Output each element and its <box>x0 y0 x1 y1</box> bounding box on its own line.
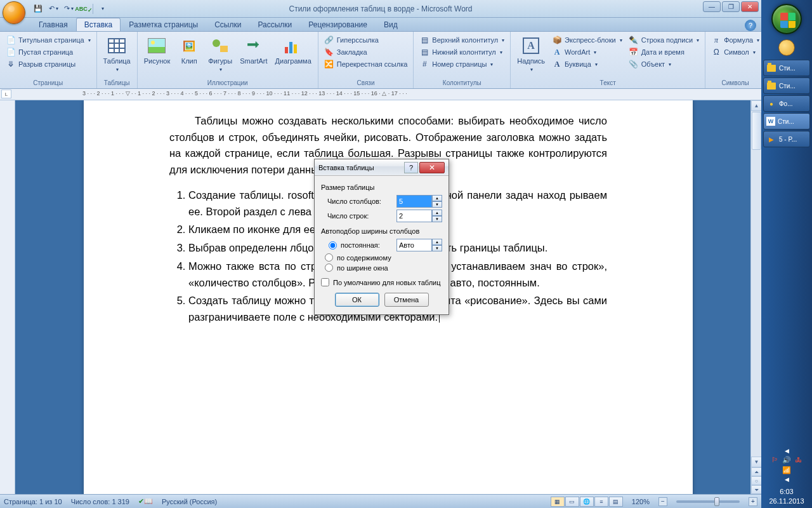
yandex-browser-icon[interactable] <box>778 39 795 56</box>
footer-button[interactable]: ▤Нижний колонтитул▾ <box>417 46 506 58</box>
browse-object-icon[interactable]: ○ <box>751 476 761 485</box>
blank-page-button[interactable]: 📄Пустая страница <box>4 46 93 58</box>
page-break-button[interactable]: ⤋Разрыв страницы <box>4 58 93 70</box>
bookmark-button[interactable]: 🔖Закладка <box>322 46 410 58</box>
fixed-width-spinner[interactable]: ▲▼ <box>396 239 442 251</box>
scroll-up-icon[interactable]: ▲ <box>751 100 761 111</box>
cover-page-button[interactable]: 📄Титульная страница▾ <box>4 34 93 46</box>
tray-signal-icon[interactable]: 📶 <box>782 466 791 474</box>
print-layout-view-icon[interactable]: ▦ <box>551 497 565 507</box>
status-page[interactable]: Страница: 1 из 10 <box>4 498 62 505</box>
picture-button[interactable]: Рисунок <box>141 34 173 66</box>
tray-flag-icon[interactable]: 🏳 <box>771 456 778 464</box>
header-button[interactable]: ▤Верхний колонтитул▾ <box>417 34 506 46</box>
vertical-ruler[interactable] <box>0 100 15 494</box>
tray-network-icon[interactable]: 🖧 <box>795 456 802 464</box>
symbol-button[interactable]: ΩСимвол▾ <box>709 46 761 58</box>
zoom-thumb[interactable] <box>714 497 719 506</box>
dialog-close-button[interactable]: ✕ <box>419 162 445 173</box>
spin-up-icon[interactable]: ▲ <box>432 239 442 245</box>
cancel-button[interactable]: Отмена <box>384 293 429 307</box>
taskbar-item[interactable]: ●Фо... <box>763 95 810 112</box>
prev-page-icon[interactable]: ⏶ <box>751 467 761 476</box>
smartart-button[interactable]: ⮕SmartArt <box>237 34 270 66</box>
status-wordcount[interactable]: Число слов: 1 319 <box>71 498 129 505</box>
spin-down-icon[interactable]: ▼ <box>432 245 442 251</box>
zoom-out-button[interactable]: − <box>658 497 667 506</box>
maximize-button[interactable]: ❐ <box>722 1 740 12</box>
autofit-fixed-radio[interactable] <box>329 241 337 250</box>
horizontal-ruler[interactable]: L 3 · · · 2 · · · 1 · · · ▽ · · 1 · · · … <box>0 89 761 100</box>
zoom-in-button[interactable]: + <box>749 497 757 506</box>
tray-collapse-icon[interactable]: ◀ <box>785 476 789 483</box>
undo-icon[interactable]: ↶▾ <box>47 3 60 15</box>
tray-volume-icon[interactable]: 🔊 <box>782 456 791 464</box>
tab-view[interactable]: Вид <box>376 18 406 31</box>
datetime-button[interactable]: 📅Дата и время <box>627 46 701 58</box>
object-button[interactable]: 📎Объект▾ <box>627 58 701 70</box>
vertical-scrollbar[interactable]: ▲ ▼ ⏶ ○ ⏷ <box>750 100 761 494</box>
shapes-button[interactable]: Фигуры▾ <box>206 34 235 74</box>
hyperlink-button[interactable]: 🔗Гиперссылка <box>322 34 410 46</box>
spin-up-icon[interactable]: ▲ <box>432 210 442 216</box>
qat-customize-icon[interactable]: ▾ <box>96 3 108 15</box>
equation-button[interactable]: πФормула▾ <box>709 34 761 46</box>
spin-up-icon[interactable]: ▲ <box>432 195 442 201</box>
columns-input[interactable] <box>396 195 432 208</box>
dialog-help-button[interactable]: ? <box>404 162 418 173</box>
tab-mailings[interactable]: Рассылки <box>249 18 300 31</box>
spin-down-icon[interactable]: ▼ <box>432 216 442 222</box>
status-spellcheck-icon[interactable]: ✔📖 <box>138 497 153 505</box>
next-page-icon[interactable]: ⏷ <box>751 485 761 494</box>
signature-line-button[interactable]: ✒️Строка подписи▾ <box>627 34 701 46</box>
taskbar-clock[interactable]: 6:03 26.11.2013 <box>769 487 804 505</box>
rows-spinner[interactable]: ▲▼ <box>396 210 442 222</box>
chart-button[interactable]: Диаграмма <box>273 34 314 66</box>
start-button[interactable] <box>771 4 802 34</box>
remember-checkbox[interactable] <box>321 278 329 286</box>
save-icon[interactable]: 💾 <box>32 3 44 15</box>
scroll-thumb[interactable] <box>752 112 761 150</box>
spin-down-icon[interactable]: ▼ <box>432 201 442 208</box>
ok-button[interactable]: ОК <box>335 293 379 307</box>
redo-icon[interactable]: ↷▾ <box>62 3 75 15</box>
autofit-content-radio[interactable] <box>325 253 333 262</box>
autofit-window-radio[interactable] <box>325 264 333 272</box>
zoom-slider[interactable] <box>676 500 740 503</box>
table-button[interactable]: Таблица▾ <box>101 34 133 74</box>
tab-home[interactable]: Главная <box>30 18 76 31</box>
dialog-titlebar[interactable]: Вставка таблицы ? ✕ <box>315 159 449 176</box>
tab-review[interactable]: Рецензирование <box>300 18 376 31</box>
dropcap-button[interactable]: AБуквица▾ <box>550 58 624 70</box>
pagenumber-button[interactable]: #Номер страницы▾ <box>417 58 506 70</box>
office-button[interactable] <box>3 1 28 27</box>
tab-insert[interactable]: Вставка <box>76 18 121 31</box>
tray-expand-icon[interactable]: ◀ <box>785 448 789 454</box>
textbox-button[interactable]: AНадпись▾ <box>514 34 547 74</box>
crossref-button[interactable]: 🔀Перекрестная ссылка <box>322 58 410 70</box>
minimize-button[interactable]: — <box>703 1 721 12</box>
taskbar-item[interactable]: Сти... <box>763 60 810 76</box>
spellcheck-icon[interactable]: ABC✓ <box>77 3 90 15</box>
columns-spinner[interactable]: ▲▼ <box>396 195 442 208</box>
quickparts-button[interactable]: 📦Экспресс-блоки▾ <box>550 34 624 46</box>
close-button[interactable]: ✕ <box>741 1 759 12</box>
fixed-width-input[interactable] <box>396 239 432 251</box>
wordart-button[interactable]: AWordArt▾ <box>550 46 624 58</box>
taskbar-item[interactable]: Сти... <box>763 77 810 94</box>
taskbar-item[interactable]: WСти... <box>763 113 810 130</box>
scroll-down-icon[interactable]: ▼ <box>751 457 761 467</box>
zoom-level[interactable]: 120% <box>632 498 650 505</box>
tab-selector[interactable]: L <box>1 90 11 98</box>
tab-pagelayout[interactable]: Разметка страницы <box>121 18 206 31</box>
taskbar-item[interactable]: ▶5 - P... <box>763 131 810 147</box>
clipart-button[interactable]: 🖼️Клип <box>175 34 203 66</box>
draft-view-icon[interactable]: ▤ <box>609 497 623 507</box>
rows-input[interactable] <box>396 210 432 222</box>
fullscreen-view-icon[interactable]: ▭ <box>565 497 579 507</box>
help-icon[interactable]: ? <box>745 20 756 31</box>
status-language[interactable]: Русский (Россия) <box>162 498 217 505</box>
outline-view-icon[interactable]: ≡ <box>594 497 608 507</box>
tab-references[interactable]: Ссылки <box>206 18 249 31</box>
web-layout-view-icon[interactable]: 🌐 <box>580 497 594 507</box>
